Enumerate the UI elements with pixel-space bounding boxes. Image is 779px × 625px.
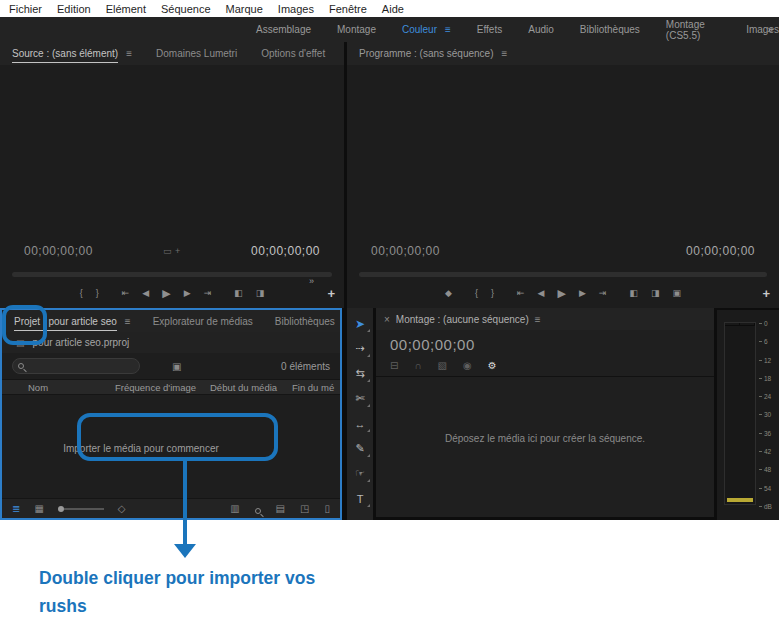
search-bin-icon[interactable]: ▣ — [172, 361, 181, 372]
icon-view-icon[interactable]: ▦ — [34, 503, 43, 514]
razor-tool[interactable]: ✄ — [349, 387, 371, 410]
column-debut-media[interactable]: Début du média — [210, 382, 292, 393]
export-frame-icon[interactable]: ▣ — [672, 288, 681, 298]
track-select-forward-tool[interactable]: ⇢ — [349, 337, 371, 360]
menu-aide[interactable]: Aide — [382, 3, 404, 15]
menu-element[interactable]: Elément — [106, 3, 146, 15]
tab-montage-sequence[interactable]: Montage : (aucune séquence) — [396, 314, 529, 325]
timeline-timecode[interactable]: 00;00;00;00 — [390, 336, 475, 353]
linked-selection-icon[interactable]: ▧ — [438, 360, 447, 371]
new-bin-icon[interactable]: ▤ — [276, 503, 285, 514]
menu-edition[interactable]: Edition — [57, 3, 91, 15]
add-marker-icon[interactable]: ◆ — [445, 288, 452, 298]
program-zoom-scrollbar[interactable] — [359, 272, 767, 277]
workspace-effets[interactable]: Effets — [477, 24, 502, 35]
menu-marque[interactable]: Marque — [226, 3, 263, 15]
workspace-montage-cs55[interactable]: Montage (CS5.5) — [666, 19, 720, 41]
tab-source[interactable]: Source : (sans élément) — [12, 44, 118, 63]
tab-bibliotheques[interactable]: Bibliothèques — [275, 316, 335, 327]
selection-tool[interactable]: ➤ — [349, 312, 371, 335]
source-zoom-scrollbar[interactable] — [12, 272, 332, 277]
column-frequence[interactable]: Fréquence d'image — [115, 382, 210, 393]
step-forward-icon[interactable]: ▶ — [579, 288, 586, 298]
annotation-arrow-head-icon — [174, 544, 196, 558]
close-panel-icon[interactable]: × — [384, 314, 390, 325]
pen-tool[interactable]: ✎ — [349, 437, 371, 460]
workspace-bibliotheques[interactable]: Bibliothèques — [580, 24, 640, 35]
menu-fenetre[interactable]: Fenêtre — [329, 3, 367, 15]
project-footer-toolbar: ≣ ▦ ◇ ▥ ▤ ◳ ▯ — [2, 498, 340, 518]
play-icon[interactable]: ▶ — [162, 287, 170, 300]
step-forward-icon[interactable]: ▶ — [184, 288, 191, 298]
column-nom[interactable]: Nom — [28, 382, 115, 393]
search-icon — [18, 363, 24, 369]
automate-to-sequence-icon[interactable]: ▥ — [230, 503, 239, 514]
program-panel-menu-icon[interactable]: ≡ — [502, 48, 508, 59]
ripple-edit-icon: ⇆ — [355, 367, 364, 380]
nest-sequence-icon[interactable]: ⊟ — [390, 360, 398, 371]
timeline-drop-message[interactable]: Déposez le média ici pour créer la séque… — [376, 433, 714, 444]
source-add-button-icon[interactable]: + — [327, 286, 335, 301]
project-search-box[interactable] — [12, 358, 140, 374]
search-input[interactable] — [28, 360, 128, 372]
go-to-in-icon[interactable]: ⇤ — [122, 288, 130, 298]
program-add-button-icon[interactable]: + — [762, 286, 770, 301]
extract-icon[interactable]: ◨ — [651, 288, 660, 298]
timeline-panel-menu-icon[interactable]: ≡ — [535, 314, 541, 325]
lift-icon[interactable]: ◧ — [629, 288, 638, 298]
menu-fichier[interactable]: Fichier — [9, 3, 42, 15]
column-fin-media[interactable]: Fin du mé — [292, 382, 340, 393]
source-zoom-settings-icons[interactable]: ▭ + — [0, 246, 344, 256]
add-marker-icon[interactable]: ◉ — [463, 360, 472, 371]
project-search-row: ▣ 0 éléments — [2, 353, 340, 379]
premiere-window: Fichier Edition Elément Séquence Marque … — [0, 0, 779, 625]
snap-icon[interactable]: ∩ — [414, 360, 421, 371]
tab-explorateur-medias[interactable]: Explorateur de médias — [153, 316, 253, 327]
new-item-icon[interactable]: ◳ — [300, 503, 309, 514]
workspace-assemblage[interactable]: Assemblage — [256, 24, 311, 35]
program-timecode-row: 00;00;00;00 00;00;00;00 — [347, 244, 779, 258]
slip-tool[interactable]: ↔ — [349, 412, 371, 435]
overwrite-icon[interactable]: ◨ — [256, 288, 265, 298]
play-icon[interactable]: ▶ — [557, 287, 565, 300]
mark-in-icon[interactable]: { — [475, 288, 478, 298]
mark-out-icon[interactable]: } — [96, 288, 99, 298]
workspace-menu-icon[interactable]: ≡ — [445, 24, 451, 35]
timeline-panel: × Montage : (aucune séquence) ≡ 00;00;00… — [376, 308, 714, 517]
workspace-montage[interactable]: Montage — [337, 24, 376, 35]
list-view-icon[interactable]: ≣ — [12, 503, 20, 514]
mark-out-icon[interactable]: } — [491, 288, 494, 298]
tab-options-effet[interactable]: Options d'effet — [261, 48, 325, 59]
source-transport-controls: { } ⇤ ◀ ▶ ▶ ⇥ ◧ ◨ » + — [0, 282, 344, 304]
menu-images[interactable]: Images — [278, 3, 314, 15]
timeline-settings-wrench-icon[interactable]: ⚙ — [488, 360, 497, 371]
selection-tool-icon: ➤ — [355, 317, 365, 331]
go-to-in-icon[interactable]: ⇤ — [517, 288, 525, 298]
workspace-images[interactable]: Images — [746, 24, 779, 35]
audio-meter-bar[interactable] — [724, 322, 756, 505]
hand-tool[interactable]: ☞ — [349, 462, 371, 485]
source-transport-more-icon[interactable]: » — [309, 276, 314, 286]
type-tool[interactable]: T — [349, 487, 371, 510]
menu-sequence[interactable]: Séquence — [161, 3, 211, 15]
source-panel-menu-icon[interactable]: ≡ — [126, 48, 132, 59]
zoom-slider[interactable] — [58, 506, 104, 512]
tab-programme[interactable]: Programme : (sans séquence) — [359, 48, 494, 59]
insert-icon[interactable]: ◧ — [234, 288, 243, 298]
step-back-icon[interactable]: ◀ — [142, 288, 149, 298]
step-back-icon[interactable]: ◀ — [538, 288, 545, 298]
mark-in-icon[interactable]: { — [80, 288, 83, 298]
project-file-row[interactable]: ▤ pour article seo.prproj — [2, 332, 340, 353]
workspace-couleur[interactable]: Couleur — [402, 24, 437, 35]
slip-icon: ↔ — [355, 418, 366, 430]
delete-icon[interactable]: ▯ — [324, 503, 330, 514]
adjust-icon[interactable]: ◇ — [118, 503, 126, 514]
workspace-audio[interactable]: Audio — [528, 24, 554, 35]
find-icon[interactable] — [255, 508, 261, 514]
tab-domaines-lumetri[interactable]: Domaines Lumetri — [156, 48, 237, 59]
go-to-out-icon[interactable]: ⇥ — [204, 288, 212, 298]
ripple-edit-tool[interactable]: ⇆ — [349, 362, 371, 385]
project-panel-menu-icon[interactable]: ≡ — [125, 316, 131, 327]
go-to-out-icon[interactable]: ⇥ — [599, 288, 607, 298]
workspace-overflow-icon[interactable]: » — [767, 24, 773, 35]
